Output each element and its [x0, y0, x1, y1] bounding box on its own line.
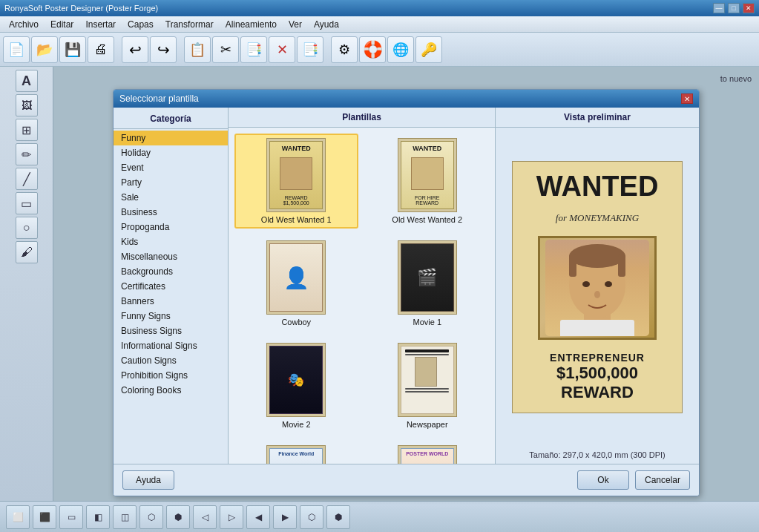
templates-header: Plantillas: [229, 108, 495, 128]
status-tool-10[interactable]: ◀: [246, 505, 270, 529]
new-button[interactable]: 📄: [3, 36, 30, 63]
pen-tool[interactable]: ✏: [16, 143, 38, 165]
status-tool-12[interactable]: ⬡: [300, 505, 323, 529]
menu-insertar[interactable]: Insertar: [79, 18, 122, 31]
status-tool-1[interactable]: ⬜: [6, 505, 30, 529]
template-label-wanted1: Old West Wanted 1: [261, 215, 332, 224]
status-tool-3[interactable]: ▭: [59, 505, 83, 529]
category-item-miscellaneous[interactable]: Miscellaneous: [114, 249, 228, 264]
template-old-west-wanted-2[interactable]: WANTED FOR HIREREWARD Old West Wanted 2: [366, 134, 490, 229]
category-item-backgrounds[interactable]: Backgrounds: [114, 264, 228, 279]
movie1-mini-poster: 🎬: [401, 243, 454, 312]
svg-point-7: [605, 281, 612, 287]
redo-button[interactable]: ↪: [150, 36, 177, 63]
help-toolbar-button[interactable]: 🛟: [359, 36, 386, 63]
template-newspaper[interactable]: Newspaper: [366, 338, 490, 433]
person-svg: [545, 240, 649, 336]
category-item-certificates[interactable]: Certificates: [114, 279, 228, 294]
text-tool[interactable]: A: [16, 70, 38, 92]
category-item-prohibition-signs[interactable]: Prohibition Signs: [114, 368, 228, 383]
preview-reward: $1,500,000 REWARD: [520, 364, 674, 402]
template-old-west-wanted-1[interactable]: WANTED REWARD$1,500,000 Old West Wanted …: [234, 134, 358, 229]
paint-tool[interactable]: 🖌: [16, 241, 38, 263]
delete-button[interactable]: ✕: [269, 36, 295, 63]
menu-alineamiento[interactable]: Alineamiento: [220, 18, 283, 31]
maximize-button[interactable]: □: [728, 3, 740, 13]
template-label-movie1: Movie 1: [413, 318, 441, 326]
status-tool-11[interactable]: ▶: [273, 505, 297, 529]
category-item-kids[interactable]: Kids: [114, 234, 228, 249]
category-item-informational-signs[interactable]: Informational Signs: [114, 338, 228, 353]
main-area: A 🖼 ⊞ ✏ ╱ ▭ ○ 🖌 to nuevo Seleccionar pla…: [0, 67, 759, 501]
template-thumb-mag1: Finance World: [266, 445, 326, 464]
status-tool-8[interactable]: ◁: [193, 505, 217, 529]
open-button[interactable]: 📂: [31, 36, 58, 63]
category-item-propoganda[interactable]: Propoganda: [114, 220, 228, 234]
settings-button[interactable]: ⚙: [331, 36, 358, 63]
status-tool-7[interactable]: ⬢: [166, 505, 190, 529]
help-button[interactable]: Ayuda: [122, 470, 174, 490]
cut-button[interactable]: ✂: [212, 36, 239, 63]
status-tool-4[interactable]: ◧: [86, 505, 110, 529]
status-tool-9[interactable]: ▷: [220, 505, 243, 529]
wanted2-mini-photo: [411, 157, 444, 190]
menu-transformar[interactable]: Transformar: [160, 18, 220, 31]
copy-button[interactable]: 📋: [184, 36, 211, 63]
template-movie-1[interactable]: 🎬 Movie 1: [366, 236, 490, 331]
export-button[interactable]: 📑: [297, 36, 323, 63]
key-button[interactable]: 🔑: [415, 36, 442, 63]
category-item-funny-signs[interactable]: Funny Signs: [114, 309, 228, 324]
category-item-business-signs[interactable]: Business Signs: [114, 324, 228, 338]
minimize-button[interactable]: —: [713, 3, 725, 13]
image-tool[interactable]: 🖼: [16, 94, 38, 116]
shape-tool[interactable]: ▭: [16, 192, 38, 214]
templates-grid-wrapper[interactable]: WANTED REWARD$1,500,000 Old West Wanted …: [229, 128, 495, 464]
ellipse-tool[interactable]: ○: [16, 217, 38, 239]
category-item-business[interactable]: Business: [114, 205, 228, 220]
save-button[interactable]: 💾: [59, 36, 86, 63]
status-tool-5[interactable]: ◫: [113, 505, 137, 529]
category-item-banners[interactable]: Banners: [114, 294, 228, 309]
app-close-button[interactable]: ✕: [743, 3, 755, 13]
dialog-close-button[interactable]: ✕: [681, 93, 693, 104]
category-item-party[interactable]: Party: [114, 175, 228, 190]
cancel-button[interactable]: Cancelar: [635, 470, 690, 490]
category-item-sale[interactable]: Sale: [114, 190, 228, 205]
print-button[interactable]: 🖨: [88, 36, 114, 63]
template-label-newspaper: Newspaper: [407, 420, 448, 429]
layer-tool[interactable]: ⊞: [16, 119, 38, 141]
menu-editar[interactable]: Editar: [45, 18, 79, 31]
menu-ayuda[interactable]: Ayuda: [308, 18, 345, 31]
menu-capas[interactable]: Capas: [122, 18, 160, 31]
menu-archivo[interactable]: Archivo: [3, 18, 45, 31]
template-finance-world[interactable]: Finance World Finance World: [234, 441, 358, 464]
newspaper-photo: [415, 357, 437, 387]
status-bar: ⬜ ⬛ ▭ ◧ ◫ ⬡ ⬢ ◁ ▷ ◀ ▶ ⬡ ⬢: [0, 501, 759, 532]
status-tool-13[interactable]: ⬢: [326, 505, 350, 529]
category-item-holiday[interactable]: Holiday: [114, 145, 228, 160]
category-item-funny[interactable]: Funny: [114, 131, 228, 145]
category-item-coloring-books[interactable]: Coloring Books: [114, 383, 228, 398]
web-button[interactable]: 🌐: [387, 36, 414, 63]
preview-bottom: ENTREPRENEUR $1,500,000 REWARD: [520, 352, 674, 402]
undo-button[interactable]: ↩: [122, 36, 148, 63]
preview-size: Tamaño: 297,0 x 420,0 mm (300 DPI): [529, 446, 665, 464]
preview-panel: Vista preliminar WANTED for MONEYMAKING: [496, 108, 699, 464]
svg-point-6: [582, 281, 590, 287]
menu-ver[interactable]: Ver: [283, 18, 308, 31]
status-tool-2[interactable]: ⬛: [33, 505, 56, 529]
preview-photo: [538, 236, 657, 340]
preview-person-face: [545, 240, 649, 336]
title-bar: RonyaSoft Poster Designer (Poster Forge)…: [0, 0, 759, 16]
status-tool-6[interactable]: ⬡: [139, 505, 163, 529]
category-item-event[interactable]: Event: [114, 160, 228, 175]
template-movie-2[interactable]: 🎭 Movie 2: [234, 338, 358, 433]
paste-button[interactable]: 📑: [240, 36, 267, 63]
ok-button[interactable]: Ok: [577, 470, 629, 490]
line-tool[interactable]: ╱: [16, 168, 38, 190]
template-cowboy[interactable]: 👤 Cowboy: [234, 236, 358, 331]
category-item-caution-signs[interactable]: Caution Signs: [114, 353, 228, 368]
svg-point-3: [569, 244, 625, 268]
templates-panel: Plantillas WANTED REWARD$1,500: [229, 108, 496, 464]
template-poster-world[interactable]: POSTER WORLD Poster World: [366, 441, 490, 464]
